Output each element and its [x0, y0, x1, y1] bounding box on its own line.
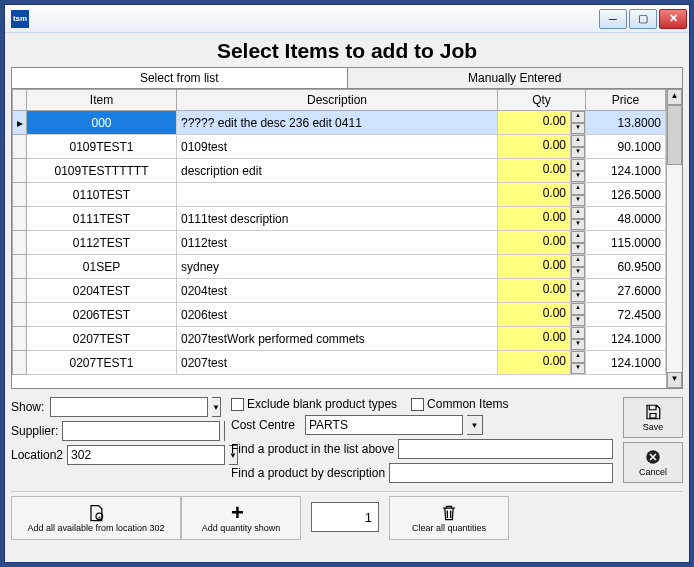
minimize-button[interactable]: ─ [599, 9, 627, 29]
qty-down-icon[interactable]: ▼ [571, 147, 585, 159]
qty-up-icon[interactable]: ▲ [571, 327, 585, 339]
tab-manually-entered[interactable]: Manually Entered [348, 67, 684, 88]
cell-description[interactable] [177, 183, 498, 207]
cell-qty[interactable]: 0.00▲▼ [498, 159, 586, 183]
add-all-button[interactable]: + Add all available from location 302 [11, 496, 181, 540]
cell-description[interactable]: 0109test [177, 135, 498, 159]
close-button[interactable]: ✕ [659, 9, 687, 29]
cost-centre-drop-icon[interactable]: ▼ [467, 415, 483, 435]
col-description[interactable]: Description [177, 90, 498, 111]
qty-up-icon[interactable]: ▲ [571, 279, 585, 291]
cell-qty[interactable]: 0.00▲▼ [498, 303, 586, 327]
cell-item[interactable]: 000 [27, 111, 177, 135]
cell-item[interactable]: 0109TESTTTTTT [27, 159, 177, 183]
qty-down-icon[interactable]: ▼ [571, 339, 585, 351]
clear-quantities-button[interactable]: Clear all quantities [389, 496, 509, 540]
cell-qty[interactable]: 0.00▲▼ [498, 111, 586, 135]
qty-down-icon[interactable]: ▼ [571, 291, 585, 303]
common-items-checkbox[interactable]: Common Items [411, 397, 508, 411]
scroll-down-icon[interactable]: ▼ [667, 372, 682, 388]
save-button[interactable]: Save [623, 397, 683, 438]
qty-down-icon[interactable]: ▼ [571, 363, 585, 375]
qty-up-icon[interactable]: ▲ [571, 135, 585, 147]
find-by-desc-input[interactable] [389, 463, 613, 483]
cell-description[interactable]: ????? edit the desc 236 edit 0411 [177, 111, 498, 135]
cell-qty[interactable]: 0.00▲▼ [498, 351, 586, 375]
cell-item[interactable]: 0110TEST [27, 183, 177, 207]
cell-price: 60.9500 [586, 255, 666, 279]
cell-description[interactable]: 0112test [177, 231, 498, 255]
cell-item[interactable]: 0111TEST [27, 207, 177, 231]
qty-up-icon[interactable]: ▲ [571, 351, 585, 363]
cell-description[interactable]: description edit [177, 159, 498, 183]
cell-item[interactable]: 0207TEST [27, 327, 177, 351]
table-row[interactable]: 0206TEST0206test0.00▲▼72.4500 [13, 303, 666, 327]
cell-description[interactable]: sydney [177, 255, 498, 279]
cell-item[interactable]: 0109TEST1 [27, 135, 177, 159]
maximize-button[interactable]: ▢ [629, 9, 657, 29]
cell-price: 72.4500 [586, 303, 666, 327]
qty-up-icon[interactable]: ▲ [571, 159, 585, 171]
row-marker [13, 207, 27, 231]
cell-item[interactable]: 0206TEST [27, 303, 177, 327]
cell-description[interactable]: 0204test [177, 279, 498, 303]
qty-up-icon[interactable]: ▲ [571, 255, 585, 267]
tab-strip: Select from list Manually Entered [11, 67, 683, 89]
cell-item[interactable]: 0204TEST [27, 279, 177, 303]
scroll-up-icon[interactable]: ▲ [667, 89, 682, 105]
cell-description[interactable]: 0207testWork performed commets [177, 327, 498, 351]
table-row[interactable]: ▸000????? edit the desc 236 edit 04110.0… [13, 111, 666, 135]
col-qty[interactable]: Qty [498, 90, 586, 111]
cell-description[interactable]: 0206test [177, 303, 498, 327]
search-icon[interactable] [224, 421, 225, 441]
cancel-button[interactable]: Cancel [623, 442, 683, 483]
table-row[interactable]: 0207TEST0207testWork performed commets0.… [13, 327, 666, 351]
table-row[interactable]: 0207TEST10207test0.00▲▼124.1000 [13, 351, 666, 375]
qty-up-icon[interactable]: ▲ [571, 303, 585, 315]
cell-qty[interactable]: 0.00▲▼ [498, 279, 586, 303]
table-row[interactable]: 0112TEST0112test0.00▲▼115.0000 [13, 231, 666, 255]
qty-up-icon[interactable]: ▲ [571, 231, 585, 243]
supplier-input[interactable] [62, 421, 220, 441]
qty-up-icon[interactable]: ▲ [571, 111, 585, 123]
qty-down-icon[interactable]: ▼ [571, 267, 585, 279]
location-dropdown[interactable] [67, 445, 225, 465]
table-row[interactable]: 0109TESTTTTTTdescription edit0.00▲▼124.1… [13, 159, 666, 183]
quantity-input[interactable] [311, 502, 379, 532]
cell-item[interactable]: 0207TEST1 [27, 351, 177, 375]
table-row[interactable]: 0204TEST0204test0.00▲▼27.6000 [13, 279, 666, 303]
cell-description[interactable]: 0111test description [177, 207, 498, 231]
add-quantity-button[interactable]: + Add quantity shown [181, 496, 301, 540]
table-row[interactable]: 0110TEST0.00▲▼126.5000 [13, 183, 666, 207]
table-row[interactable]: 0111TEST0111test description0.00▲▼48.000… [13, 207, 666, 231]
qty-down-icon[interactable]: ▼ [571, 195, 585, 207]
cell-item[interactable]: 0112TEST [27, 231, 177, 255]
col-item[interactable]: Item [27, 90, 177, 111]
cost-centre-dropdown[interactable] [305, 415, 463, 435]
tab-select-from-list[interactable]: Select from list [11, 67, 348, 88]
cell-qty[interactable]: 0.00▲▼ [498, 183, 586, 207]
qty-up-icon[interactable]: ▲ [571, 183, 585, 195]
col-price[interactable]: Price [586, 90, 666, 111]
qty-down-icon[interactable]: ▼ [571, 243, 585, 255]
qty-down-icon[interactable]: ▼ [571, 123, 585, 135]
qty-down-icon[interactable]: ▼ [571, 315, 585, 327]
table-row[interactable]: 0109TEST10109test0.00▲▼90.1000 [13, 135, 666, 159]
row-marker [13, 135, 27, 159]
exclude-blank-checkbox[interactable]: Exclude blank product types [231, 397, 397, 411]
qty-up-icon[interactable]: ▲ [571, 207, 585, 219]
cell-description[interactable]: 0207test [177, 351, 498, 375]
cell-qty[interactable]: 0.00▲▼ [498, 135, 586, 159]
cell-qty[interactable]: 0.00▲▼ [498, 207, 586, 231]
cell-qty[interactable]: 0.00▲▼ [498, 327, 586, 351]
cell-qty[interactable]: 0.00▲▼ [498, 231, 586, 255]
show-drop-icon[interactable]: ▼ [212, 397, 221, 417]
grid-scrollbar[interactable]: ▲ ▼ [666, 89, 682, 388]
cell-item[interactable]: 01SEP [27, 255, 177, 279]
find-in-list-input[interactable] [398, 439, 613, 459]
qty-down-icon[interactable]: ▼ [571, 171, 585, 183]
cell-qty[interactable]: 0.00▲▼ [498, 255, 586, 279]
qty-down-icon[interactable]: ▼ [571, 219, 585, 231]
table-row[interactable]: 01SEPsydney0.00▲▼60.9500 [13, 255, 666, 279]
show-dropdown[interactable] [50, 397, 208, 417]
